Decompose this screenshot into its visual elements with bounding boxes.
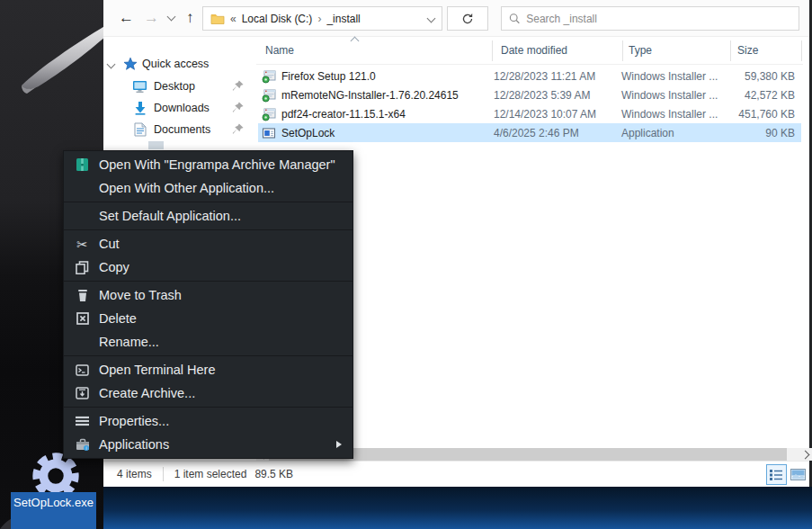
sidebar-item-documents[interactable]: Documents: [103, 119, 256, 140]
menu-item-delete[interactable]: Delete: [64, 307, 352, 330]
sidebar-item-partial: [148, 141, 164, 149]
column-header-size[interactable]: Size: [737, 44, 758, 57]
wallpaper-bottom-strip: [103, 487, 812, 529]
menu-item-copy[interactable]: Copy: [64, 256, 352, 279]
status-divider: [163, 467, 164, 481]
menu-item-label: Open With "Engrampa Archive Manager": [99, 157, 335, 172]
delete-icon: [75, 311, 90, 327]
file-row[interactable]: mRemoteNG-Installer-1.76.20.24615 12/28/…: [258, 85, 801, 104]
status-bar: 4 items 1 item selected 89.5 KB: [103, 461, 809, 487]
breadcrumb-separator: ›: [317, 13, 321, 25]
msi-installer-icon: [262, 107, 276, 121]
file-type: Windows Installer ...: [617, 89, 725, 102]
menu-item-rename[interactable]: Rename...: [64, 330, 352, 354]
empty-icon-slot: [75, 209, 90, 224]
details-view-button[interactable]: [766, 464, 787, 485]
menu-item-open-with-other[interactable]: Open With Other Application...: [64, 176, 352, 200]
file-type: Application: [617, 127, 725, 139]
menu-item-create-archive[interactable]: Create Archive...: [64, 381, 352, 405]
menu-item-open-with-engrampa[interactable]: Open With "Engrampa Archive Manager": [64, 153, 352, 176]
search-icon: [509, 13, 520, 24]
terminal-icon: [75, 363, 90, 378]
menu-item-applications[interactable]: i Applications: [64, 433, 352, 456]
forward-button[interactable]: →: [144, 8, 159, 28]
menu-item-label: Applications: [99, 437, 169, 452]
address-dropdown-icon[interactable]: [427, 14, 436, 23]
downloads-icon: [132, 101, 147, 116]
thumbnail-view-icon: [790, 469, 806, 480]
file-date: 12/28/2023 5:39 AM: [486, 89, 617, 102]
file-row[interactable]: Firefox Setup 121.0 12/28/2023 11:21 AM …: [258, 67, 801, 85]
file-type: Windows Installer ...: [617, 70, 725, 83]
pin-icon[interactable]: [231, 79, 245, 93]
menu-item-properties[interactable]: Properties...: [64, 409, 352, 433]
file-size: 59,380 KB: [725, 70, 795, 83]
thumbnail-view-button[interactable]: [788, 464, 808, 485]
sidebar-item-desktop[interactable]: Desktop: [103, 76, 256, 97]
application-icon: [262, 126, 276, 140]
trash-icon: [75, 288, 90, 303]
menu-item-label: Cut: [99, 237, 120, 251]
menu-item-label: Open With Other Application...: [99, 181, 274, 195]
empty-icon-slot: [75, 335, 90, 350]
back-button[interactable]: ←: [119, 8, 134, 28]
address-bar[interactable]: « Local Disk (C:) › _install: [202, 6, 442, 31]
menu-item-label: Create Archive...: [99, 386, 195, 400]
history-dropdown-icon[interactable]: [167, 13, 176, 22]
documents-icon: [132, 122, 147, 138]
pin-icon[interactable]: [231, 101, 245, 114]
search-input[interactable]: [526, 13, 791, 25]
empty-icon-slot: [75, 181, 90, 196]
column-headers: Name Date modified Type Size: [256, 37, 803, 65]
menu-item-label: Properties...: [99, 414, 169, 428]
desktop-icon-label[interactable]: SetOpLock.exe: [11, 492, 96, 529]
menu-separator: [64, 407, 352, 408]
menu-item-label: Set Default Application...: [99, 209, 241, 223]
breadcrumb-drive[interactable]: Local Disk (C:): [242, 13, 313, 25]
create-archive-icon: [75, 386, 90, 401]
file-row[interactable]: pdf24-creator-11.15.1-x64 12/14/2023 10:…: [258, 104, 801, 123]
sidebar-item-quick-access[interactable]: Quick access: [103, 53, 256, 75]
menu-separator: [64, 202, 352, 202]
menu-item-label: Delete: [99, 311, 137, 326]
breadcrumb-collapse[interactable]: «: [230, 13, 236, 25]
breadcrumb-folder[interactable]: _install: [326, 13, 360, 25]
menu-item-set-default-application[interactable]: Set Default Application...: [64, 204, 352, 228]
column-header-name[interactable]: Name: [265, 44, 294, 57]
sidebar-item-downloads[interactable]: Downloads: [103, 97, 256, 119]
refresh-button[interactable]: [447, 6, 488, 31]
submenu-arrow-icon: [336, 441, 342, 448]
sidebar-item-label: Downloads: [154, 102, 210, 114]
scroll-right-icon[interactable]: [801, 450, 810, 459]
pin-icon[interactable]: [231, 122, 245, 136]
applications-icon: i: [75, 437, 90, 453]
menu-item-label: Open Terminal Here: [99, 363, 216, 377]
menu-item-open-terminal-here[interactable]: Open Terminal Here: [64, 358, 352, 381]
file-size: 451,760 KB: [725, 108, 795, 121]
scissors-icon: ✂: [75, 237, 90, 252]
column-header-type[interactable]: Type: [629, 44, 652, 57]
screen: ← → ↑ « Local Disk (C:) › _install: [0, 0, 812, 529]
sidebar-section-label: Quick access: [142, 58, 209, 70]
explorer-toolbar: ← → ↑ « Local Disk (C:) › _install: [103, 0, 809, 37]
menu-separator: [64, 281, 352, 282]
file-row-selected[interactable]: SetOpLock 4/6/2025 2:46 PM Application 9…: [258, 123, 801, 142]
search-box[interactable]: [501, 6, 799, 31]
menu-item-cut[interactable]: ✂ Cut: [64, 232, 352, 256]
desktop-blade-art: [0, 0, 106, 162]
file-date: 4/6/2025 2:46 PM: [486, 127, 617, 139]
menu-item-move-to-trash[interactable]: Move to Trash: [64, 283, 352, 307]
file-name: SetOpLock: [281, 127, 335, 139]
up-button[interactable]: ↑: [186, 8, 194, 28]
msi-installer-icon: [262, 88, 276, 103]
svg-text:i: i: [85, 446, 86, 451]
chevron-down-icon[interactable]: [107, 59, 116, 68]
column-header-date[interactable]: Date modified: [501, 44, 567, 57]
quick-access-star-icon: [122, 57, 138, 72]
file-date: 12/14/2023 10:07 AM: [486, 108, 617, 121]
file-name: mRemoteNG-Installer-1.76.20.24615: [281, 89, 459, 102]
selection-size: 89.5 KB: [254, 468, 293, 480]
properties-icon: [75, 414, 90, 429]
menu-separator: [64, 229, 352, 230]
selection-count: 1 item selected: [174, 468, 247, 480]
